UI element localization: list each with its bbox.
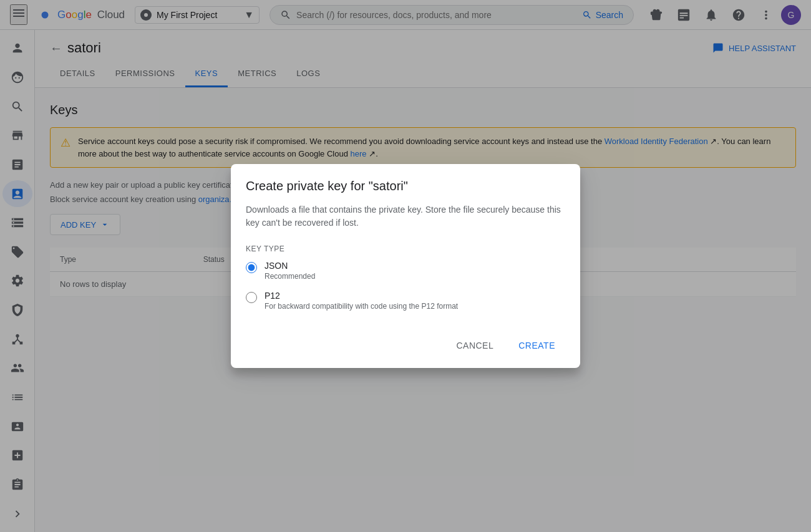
key-type-label: Key type xyxy=(246,244,565,253)
p12-option[interactable]: P12 For backward compatibility with code… xyxy=(246,291,565,311)
cancel-button[interactable]: CANCEL xyxy=(446,336,503,355)
json-option[interactable]: JSON Recommended xyxy=(246,261,565,281)
create-button[interactable]: CREATE xyxy=(508,336,565,355)
create-key-dialog: Create private key for "satori" Download… xyxy=(231,164,580,368)
dialog-actions: CANCEL CREATE xyxy=(246,326,565,355)
json-radio-label: JSON Recommended xyxy=(265,261,315,281)
dialog-description: Downloads a file that contains the priva… xyxy=(246,203,565,230)
p12-radio-label: P12 For backward compatibility with code… xyxy=(265,291,458,311)
dialog-title: Create private key for "satori" xyxy=(246,179,565,193)
modal-overlay: Create private key for "satori" Download… xyxy=(0,0,811,532)
p12-radio[interactable] xyxy=(246,292,257,303)
json-radio[interactable] xyxy=(246,262,257,273)
